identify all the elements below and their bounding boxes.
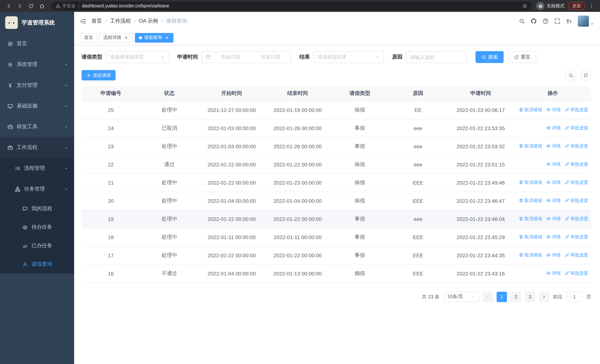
action-progress-link[interactable]: 审批进度 [565,107,588,113]
breadcrumb-item-1[interactable]: 工作流程 [110,18,131,24]
cell-operations: 详情审批进度 [514,119,591,137]
action-detail-link[interactable]: 详情 [546,216,561,222]
update-button[interactable]: 更新 [568,2,585,10]
browser-back-button[interactable] [4,1,13,11]
sidebar-collapse-button[interactable] [80,18,86,24]
user-icon [22,261,28,267]
action-progress-link[interactable]: 审批进度 [565,216,588,222]
action-cancel-link[interactable]: 取消请假 [519,107,542,113]
github-icon[interactable] [531,18,536,24]
browser-menu-button[interactable] [587,1,596,11]
tab-home[interactable]: 首页 [80,33,97,42]
action-detail-link[interactable]: 详情 [546,143,561,149]
action-label: 审批进度 [570,143,588,149]
sidebar-item-devtools[interactable]: 研发工具 [0,116,74,137]
action-progress-link[interactable]: 审批进度 [565,161,588,168]
action-detail-link[interactable]: 详情 [546,107,561,113]
action-progress-link[interactable]: 审批进度 [565,234,588,240]
action-detail-link[interactable]: 详情 [546,234,561,240]
font-size-icon[interactable]: TT [566,18,572,24]
action-progress-link[interactable]: 审批进度 [565,143,588,149]
sidebar-item-payment[interactable]: 支付管理 [0,75,74,96]
sidebar-item-leave-query[interactable]: 请假查询 [0,255,74,274]
sidebar-item-home[interactable]: 首页 [0,33,74,54]
action-detail-link[interactable]: 详情 [546,161,561,168]
security-chip[interactable]: 不安全 [56,3,75,9]
breadcrumb-item-0[interactable]: 首页 [92,18,102,24]
reset-button[interactable]: 重置 [508,51,536,63]
search-button[interactable]: 搜索 [476,51,504,63]
help-icon[interactable] [542,18,548,24]
app-logo[interactable]: 芋道管理系统 [0,12,74,33]
action-cancel-link[interactable]: 取消请假 [519,234,542,240]
sidebar-item-my-process[interactable]: 我的流程 [0,199,74,218]
action-progress-link[interactable]: 审批进度 [565,197,588,204]
tab-close-icon[interactable]: × [123,35,129,40]
sidebar-item-task-mgmt[interactable]: 任务管理 [0,179,74,199]
sidebar-item-infrastructure[interactable]: 基础设施 [0,96,74,116]
reason-input[interactable] [406,51,467,63]
sidebar-item-done-task[interactable]: 已办任务 [0,236,74,255]
incognito-badge [536,2,544,10]
action-progress-link[interactable]: 审批进度 [565,179,588,186]
action-detail-link[interactable]: 详情 [546,125,561,131]
action-cancel-link[interactable]: 取消请假 [519,216,542,222]
table-row-17: 17处理中2022-01-22 00:00:002022-01-22 00:00… [82,246,591,264]
browser-reload-button[interactable] [26,1,36,11]
sidebar-item-process-mgmt[interactable]: 流程管理 [0,158,74,179]
tab-bar: 首页流程详情×请假查询× [74,30,600,45]
apply-time-range-picker[interactable]: 开始日期 - 结束日期 [202,51,291,63]
sidebar-item-todo-task[interactable]: 待办任务 [0,218,74,236]
gear-icon [7,62,13,67]
address-bar[interactable]: 不安全 dashboard.yudao.iocoder.cn/bpm/oa/le… [51,1,532,10]
action-detail-link[interactable]: 详情 [546,197,561,204]
action-cancel-link[interactable]: 取消请假 [519,252,542,258]
sidebar-item-system[interactable]: 系统管理 [0,54,74,75]
pagination-next-button[interactable] [539,291,549,302]
pagination-prev-button[interactable] [483,291,493,302]
reload-icon [28,3,34,9]
chevron-down-icon [64,166,68,170]
action-detail-link[interactable]: 详情 [546,270,561,277]
sidebar-item-workflow[interactable]: 工作流程 [0,137,74,158]
chevron-down-icon [160,55,165,59]
refresh-table-button[interactable] [580,70,591,81]
action-detail-link[interactable]: 详情 [546,252,561,258]
leave-type-select[interactable]: 请选择请假类型 [106,51,169,63]
create-leave-button[interactable]: 发起请假 [82,70,116,80]
result-select[interactable]: 请选择流结果 [314,51,384,63]
tab-leave-query[interactable]: 请假查询× [135,33,173,42]
action-progress-link[interactable]: 审批进度 [565,270,588,277]
action-cancel-link[interactable]: 取消请假 [519,179,542,186]
page-size-select[interactable]: 10条/页 [443,291,479,302]
action-label: 审批进度 [570,234,588,240]
calendar-icon [206,55,211,60]
action-label: 详情 [552,270,561,277]
action-label: 详情 [552,234,561,240]
pagination-page-2[interactable]: 2 [511,291,521,302]
action-cancel-link[interactable]: 取消请假 [519,143,542,149]
cell-apply-time: 2022-01-22 23:44:35 [447,246,514,264]
browser-home-button[interactable] [37,1,47,11]
action-progress-link[interactable]: 审批进度 [565,125,588,131]
action-cancel-link[interactable]: 取消请假 [519,197,542,204]
user-avatar[interactable] [578,16,594,27]
pagination-page-3[interactable]: 3 [525,291,535,302]
browser-forward-button[interactable] [15,1,24,11]
tab-process-detail[interactable]: 流程详情× [99,33,133,42]
plus-icon [86,73,91,78]
fullscreen-icon[interactable] [554,18,560,24]
tab-close-icon[interactable]: × [164,35,169,40]
search-icon[interactable] [519,18,525,24]
cell-reason: eee [389,155,447,173]
pagination-goto-input[interactable] [566,291,582,302]
filter-form: 请假类型 请选择请假类型 申请时间 开始日期 - 结束日期 结果 请选择流结果 [82,51,591,63]
action-detail-link[interactable]: 详情 [546,179,561,186]
edit-icon [565,162,569,167]
bookmark-star-icon[interactable] [522,3,527,9]
breadcrumb-item-2[interactable]: OA 示例 [139,18,158,24]
pagination-page-1[interactable]: 1 [497,291,507,302]
toggle-search-button[interactable] [565,70,576,81]
action-progress-link[interactable]: 审批进度 [565,252,588,258]
cell-operations: 取消请假详情审批进度 [514,101,591,119]
